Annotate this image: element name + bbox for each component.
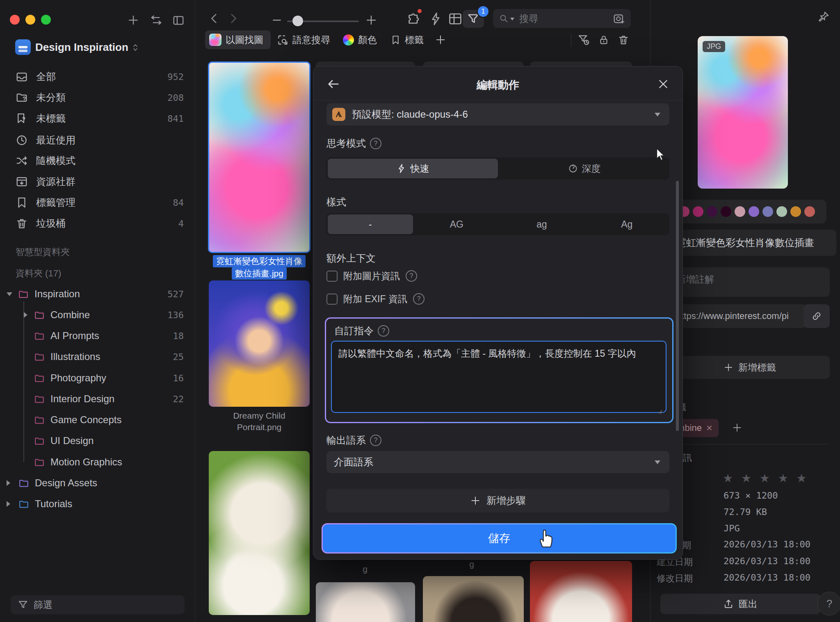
sidebar-folder-motion-graphics[interactable]: Motion Graphics — [0, 453, 189, 471]
grid-caption-selected[interactable]: 霓虹漸變色彩女性肖像 數位插畫.jpg — [204, 255, 315, 280]
color-swatch[interactable] — [749, 206, 759, 217]
sidebar-item-all[interactable]: 全部 952 — [8, 68, 189, 86]
style-option-Ag[interactable]: Ag — [584, 213, 670, 235]
export-button[interactable]: 匯出 — [660, 594, 820, 614]
image-search-icon[interactable] — [613, 12, 625, 25]
remove-tag-icon[interactable]: ✕ — [706, 423, 713, 433]
close-icon[interactable] — [657, 78, 669, 90]
sidebar-folder-ai-prompts[interactable]: AI Prompts 18 — [0, 327, 189, 345]
resize-handle-icon[interactable] — [655, 406, 663, 415]
url-input[interactable]: https://www.pinterest.com/pi — [670, 304, 806, 328]
help-icon[interactable]: ? — [370, 435, 381, 446]
back-button[interactable] — [207, 11, 222, 26]
checkbox[interactable] — [326, 294, 338, 305]
lock-icon[interactable] — [598, 34, 609, 46]
help-icon[interactable]: ? — [378, 325, 389, 337]
forward-button[interactable] — [226, 11, 241, 26]
color-swatch[interactable] — [762, 206, 773, 217]
sidebar-folder-tutorials[interactable]: Tutorials — [0, 495, 189, 513]
help-button[interactable]: ? — [817, 592, 840, 615]
thinking-option-fast[interactable]: 快速 — [328, 159, 498, 178]
filter-history-icon[interactable] — [578, 34, 590, 46]
color-swatch[interactable] — [707, 206, 717, 217]
sidebar-item-random[interactable]: 隨機模式 — [8, 152, 189, 170]
custom-instruction-textarea[interactable]: 請以繁體中文命名，格式為「主體 - 風格特徵」，長度控制在 15 字以內 — [331, 341, 667, 413]
sidebar-folder-combine[interactable]: Combine 136 — [0, 306, 189, 324]
style-option-AG[interactable]: AG — [414, 213, 500, 235]
add-tag-button[interactable]: 新增標籤 — [670, 356, 830, 379]
open-link-button[interactable] — [803, 304, 830, 328]
sort-swap-button[interactable] — [150, 14, 162, 26]
chevron-right-icon[interactable] — [7, 501, 10, 507]
help-icon[interactable]: ? — [413, 293, 425, 305]
sidebar-item-recent[interactable]: 最近使用 — [8, 131, 189, 149]
modal-scrollbar[interactable] — [676, 181, 679, 431]
color-swatch[interactable] — [693, 206, 703, 217]
color-swatch[interactable] — [776, 206, 787, 217]
filter-bar[interactable]: 篩選 — [11, 595, 185, 614]
checkbox[interactable] — [326, 271, 338, 282]
output-language-dropdown[interactable]: 介面語系 — [326, 451, 669, 473]
rating-stars[interactable]: ★ ★ ★ ★ ★ — [723, 472, 809, 485]
search-by-image-chip[interactable]: 以圖找圖 — [205, 30, 271, 49]
color-filter-chip[interactable]: 顏色 — [343, 30, 377, 49]
chevron-right-icon[interactable] — [24, 312, 27, 318]
quick-actions-icon[interactable] — [429, 11, 444, 26]
help-icon[interactable]: ? — [406, 270, 417, 282]
grid-image-flower-girl[interactable] — [209, 451, 310, 615]
add-filter-button[interactable] — [435, 30, 446, 49]
new-item-button[interactable] — [127, 14, 139, 26]
title-input[interactable]: 霓虹漸變色彩女性肖像數位插畫 — [670, 230, 836, 256]
add-tag-inline-button[interactable] — [732, 422, 742, 433]
sidebar-folder-illustrations[interactable]: Illustrations 25 — [0, 348, 189, 366]
checkbox-row-image-info[interactable]: 附加圖片資訊 ? — [326, 269, 417, 283]
minimize-window-button[interactable] — [25, 15, 35, 25]
checkbox-row-exif-info[interactable]: 附加 EXIF 資訊 ? — [326, 292, 425, 306]
color-swatch[interactable] — [790, 206, 801, 217]
grid-image-red-bg-portrait[interactable] — [530, 561, 632, 622]
grid-image-dreamy-child[interactable] — [209, 280, 310, 407]
thinking-option-deep[interactable]: 深度 — [499, 157, 669, 180]
library-title[interactable]: Design Inspiration — [35, 41, 128, 54]
grid-image-dark-hair-portrait[interactable] — [423, 576, 524, 622]
sidebar-folder-game-concepts[interactable]: Game Concepts — [0, 411, 189, 429]
semantic-search-chip[interactable]: 語意搜尋 — [277, 30, 330, 49]
zoom-window-button[interactable] — [41, 15, 51, 25]
pin-icon[interactable] — [817, 11, 830, 23]
search-input[interactable]: 搜尋 — [493, 9, 631, 28]
sidebar-folder-interior-design[interactable]: Interior Design 22 — [0, 390, 189, 408]
sidebar-folder-ui-design[interactable]: UI Design — [0, 432, 189, 450]
chevron-right-icon[interactable] — [7, 480, 10, 486]
color-swatch[interactable] — [804, 206, 815, 217]
add-step-button[interactable]: 新增步驟 — [326, 489, 669, 513]
zoom-out-icon[interactable] — [271, 14, 285, 29]
save-button[interactable]: 儲存 — [322, 523, 677, 554]
plugins-icon[interactable] — [406, 11, 421, 26]
style-option-ag[interactable]: ag — [499, 213, 584, 235]
grid-image-pale-portrait[interactable] — [316, 582, 415, 622]
sidebar-folder-inspiration[interactable]: Inspiration 527 — [0, 285, 189, 303]
search-scope-chevron-icon[interactable] — [510, 18, 514, 23]
color-swatch[interactable] — [735, 206, 745, 217]
sidebar-item-uncategorized[interactable]: 未分類 208 — [8, 89, 189, 107]
close-window-button[interactable] — [10, 15, 20, 25]
sidebar-folder-photography[interactable]: Photography 16 — [0, 369, 189, 387]
trash-icon[interactable] — [618, 34, 629, 46]
sidebar-folder-design-assets[interactable]: Design Assets — [0, 474, 189, 492]
sidebar-item-tag-manager[interactable]: 標籤管理 84 — [8, 194, 189, 212]
chevron-down-icon[interactable] — [7, 292, 12, 296]
annotation-input[interactable]: 新增註解 — [670, 267, 830, 297]
sidebar-item-community[interactable]: 資源社群 — [8, 173, 189, 191]
library-switcher-icon[interactable] — [130, 43, 140, 52]
preview-image[interactable]: JPG — [698, 36, 788, 189]
color-swatch[interactable] — [721, 206, 731, 217]
model-dropdown[interactable]: 預設模型: claude-opus-4-6 — [326, 103, 669, 125]
sidebar-item-trash[interactable]: 垃圾桶 4 — [8, 214, 189, 232]
style-option-none[interactable]: - — [328, 214, 413, 234]
help-icon[interactable]: ? — [370, 138, 381, 149]
slider-knob[interactable] — [292, 16, 303, 26]
grid-image-neon-portrait[interactable] — [208, 62, 310, 253]
toggle-sidebar-button[interactable] — [172, 14, 185, 26]
sidebar-item-untagged[interactable]: 未標籤 841 — [8, 109, 189, 128]
grid-caption[interactable]: Dreamy Child Portrait.png — [209, 410, 310, 433]
